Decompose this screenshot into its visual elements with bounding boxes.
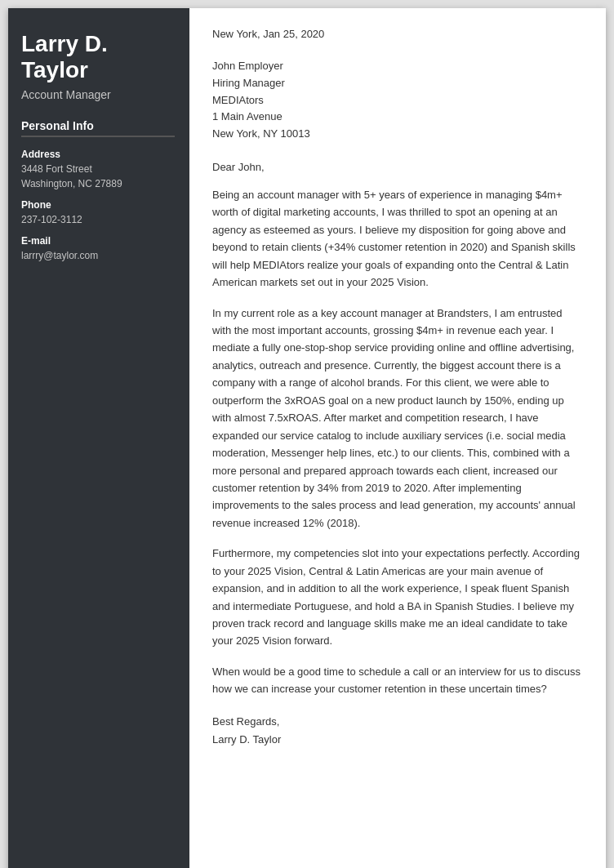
paragraph-2: In my current role as a key account mana… [212, 305, 583, 532]
recipient-name: John Employer [212, 58, 583, 75]
email-value: larrry@taylor.com [21, 248, 175, 263]
personal-info-heading: Personal Info [21, 119, 175, 137]
sidebar: Larry D. Taylor Account Manager Personal… [8, 8, 189, 868]
phone-value: 237-102-3112 [21, 212, 175, 227]
paragraph-1: Being an account manager with 5+ years o… [212, 186, 583, 292]
letter-date: New York, Jan 25, 2020 [212, 28, 583, 40]
letter-body: Being an account manager with 5+ years o… [212, 186, 583, 698]
closing-name: Larry D. Taylor [212, 731, 583, 749]
paragraph-3: Furthermore, my competencies slot into y… [212, 545, 583, 650]
phone-label: Phone [21, 199, 175, 211]
recipient-company: MEDIAtors [212, 92, 583, 109]
letter-content: New York, Jan 25, 2020 John Employer Hir… [189, 8, 606, 868]
recipient-title: Hiring Manager [212, 75, 583, 92]
recipient-address: 1 Main Avenue [212, 109, 583, 126]
recipient-block: John Employer Hiring Manager MEDIAtors 1… [212, 58, 583, 143]
closing-salutation: Best Regards, [212, 713, 583, 731]
resume-page: Larry D. Taylor Account Manager Personal… [8, 8, 606, 868]
recipient-city: New York, NY 10013 [212, 126, 583, 143]
paragraph-4: When would be a good time to schedule a … [212, 663, 583, 698]
address-value: 3448 Fort Street Washington, NC 27889 [21, 162, 175, 191]
applicant-title: Account Manager [21, 88, 175, 101]
salutation: Dear John, [212, 161, 583, 173]
applicant-name: Larry D. Taylor [21, 31, 175, 83]
closing: Best Regards, Larry D. Taylor [212, 713, 583, 749]
email-label: E-mail [21, 235, 175, 247]
address-label: Address [21, 149, 175, 160]
